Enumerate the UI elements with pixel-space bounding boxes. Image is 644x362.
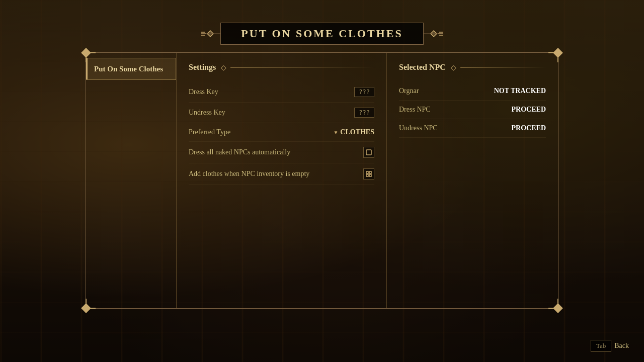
svg-rect-9 [366, 171, 368, 173]
npc-icon: ◇ [451, 63, 456, 72]
dress-npc-status: PROCEED [512, 106, 546, 114]
svg-rect-11 [366, 174, 368, 176]
dropdown-arrow-icon: ▼ [333, 130, 338, 135]
npc-orgnar-row: Orgnar NOT TRACKED [399, 82, 546, 101]
preferred-type-value: ▼ CLOTHES [333, 128, 374, 136]
main-title: PUT ON SOME CLOTHES [241, 27, 403, 40]
dress-all-value [363, 147, 374, 158]
undress-npc-row[interactable]: Undress NPC PROCEED [399, 119, 546, 138]
add-clothes-toggle[interactable] [363, 168, 374, 179]
dress-all-row: Dress all naked NPCs automatically [189, 142, 374, 163]
dress-key-label: Dress Key [189, 88, 218, 96]
orgnar-label: Orgnar [399, 87, 419, 95]
svg-rect-8 [366, 150, 371, 155]
settings-line [230, 67, 374, 68]
npc-header: Selected NPC ◇ [399, 63, 546, 72]
dress-key-value: ??? [354, 87, 374, 97]
undress-npc-status: PROCEED [512, 124, 546, 132]
main-frame: Put On Some Clothes Settings ◇ Dress Key… [86, 52, 558, 309]
title-bar: PUT ON SOME CLOTHES [200, 23, 443, 45]
bottom-bar: Tab Back [591, 340, 629, 352]
tab-key-hint: Tab [591, 340, 611, 352]
add-clothes-row: Add clothes when NPC inventory is empty [189, 163, 374, 185]
dress-key-row: Dress Key ??? [189, 82, 374, 103]
settings-icon: ◇ [221, 63, 226, 72]
dress-all-toggle[interactable] [363, 147, 374, 158]
settings-panel: Settings ◇ Dress Key ??? Undress Key ??? [177, 53, 387, 308]
add-clothes-label: Add clothes when NPC inventory is empty [189, 170, 309, 178]
svg-rect-12 [369, 174, 371, 176]
undress-key-value: ??? [354, 108, 374, 118]
npc-panel: Selected NPC ◇ Orgnar NOT TRACKED Dress … [387, 53, 558, 308]
preferred-type-dropdown[interactable]: ▼ CLOTHES [333, 128, 374, 136]
dress-all-label: Dress all naked NPCs automatically [189, 148, 290, 156]
npc-line [460, 67, 546, 68]
npc-title: Selected NPC [399, 63, 446, 72]
dress-npc-row[interactable]: Dress NPC PROCEED [399, 101, 546, 119]
preferred-type-selected: CLOTHES [340, 128, 374, 136]
undress-npc-label: Undress NPC [399, 124, 438, 132]
settings-title: Settings [189, 63, 216, 72]
preferred-type-row: Preferred Type ▼ CLOTHES [189, 123, 374, 142]
undress-key-row: Undress Key ??? [189, 103, 374, 123]
sidebar-item-put-on-some-clothes[interactable]: Put On Some Clothes [86, 58, 176, 80]
add-clothes-value [363, 168, 374, 179]
dress-npc-label: Dress NPC [399, 106, 431, 114]
title-box: PUT ON SOME CLOTHES [220, 23, 423, 45]
undress-key-badge[interactable]: ??? [354, 108, 374, 118]
settings-header: Settings ◇ [189, 63, 374, 72]
svg-rect-10 [369, 171, 371, 173]
preferred-type-label: Preferred Type [189, 128, 230, 136]
undress-key-label: Undress Key [189, 109, 225, 117]
sidebar-item-label: Put On Some Clothes [94, 65, 163, 73]
orgnar-status: NOT TRACKED [494, 87, 546, 95]
ui-overlay: PUT ON SOME CLOTHES Put On Some Clothes [0, 0, 644, 362]
sidebar: Put On Some Clothes [86, 53, 177, 308]
dress-key-badge[interactable]: ??? [354, 87, 374, 97]
back-label: Back [614, 342, 629, 350]
